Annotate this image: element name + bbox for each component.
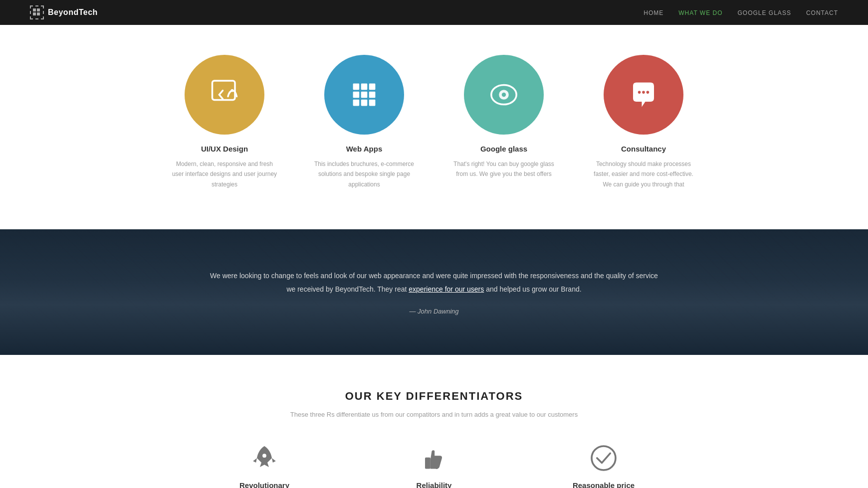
consultancy-icon — [626, 77, 661, 112]
diff-grid: Revolutionary We find a way to exist or … — [160, 443, 708, 488]
logo[interactable]: BeyondTech — [30, 5, 98, 19]
reliability-icon — [369, 443, 499, 473]
testimonial-section: We were looking to change to feels and l… — [0, 229, 868, 355]
diff-item-reasonable-price: Reasonable price Adding high-value combi… — [539, 443, 668, 488]
svg-rect-0 — [33, 8, 36, 11]
testimonial-inner: We were looking to change to feels and l… — [210, 269, 658, 315]
nav-link-what-we-do[interactable]: WHAT WE DO — [678, 9, 722, 16]
webapps-icon — [347, 77, 382, 112]
svg-rect-9 — [353, 92, 360, 98]
diff-item-reliability: Reliability Being reliable is more than … — [369, 443, 499, 488]
nav-item-home[interactable]: HOME — [644, 8, 663, 17]
testimonial-highlight: experience for our users — [409, 285, 484, 293]
consultancy-title: Consultancy — [589, 145, 698, 153]
googleglass-desc: That's right! You can buy google glass f… — [449, 159, 559, 179]
svg-point-19 — [642, 91, 645, 94]
page-wrapper: UI/UX Design Modern, clean, responsive a… — [0, 0, 868, 488]
testimonial-author: — John Dawning — [210, 308, 658, 315]
service-item-consultancy: Consultancy Technology should make proce… — [589, 55, 698, 189]
svg-rect-6 — [353, 84, 360, 90]
svg-point-17 — [502, 93, 506, 97]
webapps-icon-circle — [324, 55, 404, 135]
svg-point-5 — [231, 89, 234, 92]
svg-rect-10 — [361, 92, 368, 98]
svg-rect-12 — [353, 100, 360, 106]
uiux-icon-circle — [185, 55, 264, 135]
service-item-uiux: UI/UX Design Modern, clean, responsive a… — [170, 55, 279, 189]
nav-item-contact[interactable]: CONTACT — [806, 8, 838, 17]
nav-link-contact[interactable]: CONTACT — [806, 9, 838, 16]
logo-icon — [30, 5, 44, 19]
services-grid: UI/UX Design Modern, clean, responsive a… — [135, 55, 733, 189]
diff-subtitle: These three Rs differentiate us from our… — [20, 411, 848, 418]
svg-rect-13 — [361, 100, 368, 106]
webapps-title: Web Apps — [309, 145, 419, 153]
svg-rect-2 — [33, 12, 36, 15]
uiux-icon — [207, 77, 242, 112]
diff-item-revolutionary: Revolutionary We find a way to exist or … — [200, 443, 329, 488]
uiux-desc: Modern, clean, responsive and fresh user… — [170, 159, 279, 189]
service-item-googleglass: Google glass That's right! You can buy g… — [449, 55, 559, 189]
nav-link-google-glass[interactable]: GOOGLE GLASS — [738, 9, 791, 16]
svg-point-20 — [647, 91, 650, 94]
uiux-title: UI/UX Design — [170, 145, 279, 153]
logo-text: BeyondTech — [48, 8, 98, 17]
navbar: BeyondTech HOME WHAT WE DO GOOGLE GLASS … — [0, 0, 868, 25]
svg-rect-1 — [37, 8, 40, 11]
webapps-desc: This includes bruchures, e-commerce solu… — [309, 159, 419, 189]
googleglass-title: Google glass — [449, 145, 559, 153]
googleglass-icon — [486, 77, 521, 112]
revolutionary-icon — [200, 443, 329, 473]
nav-links: HOME WHAT WE DO GOOGLE GLASS CONTACT — [644, 8, 838, 17]
svg-rect-14 — [369, 100, 376, 106]
revolutionary-title: Revolutionary — [200, 481, 329, 488]
googleglass-icon-circle — [464, 55, 544, 135]
svg-point-23 — [592, 446, 616, 470]
reasonable-price-icon — [539, 443, 668, 473]
testimonial-text: We were looking to change to feels and l… — [210, 269, 658, 296]
svg-rect-7 — [361, 84, 368, 90]
nav-link-home[interactable]: HOME — [644, 9, 663, 16]
svg-rect-8 — [369, 84, 376, 90]
svg-point-21 — [262, 454, 267, 459]
reasonable-price-title: Reasonable price — [539, 481, 668, 488]
services-section: UI/UX Design Modern, clean, responsive a… — [0, 25, 868, 229]
consultancy-desc: Technology should make processes faster,… — [589, 159, 698, 189]
consultancy-icon-circle — [604, 55, 683, 135]
svg-rect-22 — [425, 458, 431, 469]
diff-title: OUR KEY DIFFERENTIATORS — [20, 390, 848, 403]
service-item-webapps: Web Apps This includes bruchures, e-comm… — [309, 55, 419, 189]
svg-rect-11 — [369, 92, 376, 98]
differentiators-section: OUR KEY DIFFERENTIATORS These three Rs d… — [0, 355, 868, 488]
svg-rect-3 — [37, 12, 40, 15]
svg-point-18 — [638, 91, 641, 94]
nav-item-what-we-do[interactable]: WHAT WE DO — [678, 8, 722, 17]
nav-item-google-glass[interactable]: GOOGLE GLASS — [738, 8, 791, 17]
reliability-title: Reliability — [369, 481, 499, 488]
